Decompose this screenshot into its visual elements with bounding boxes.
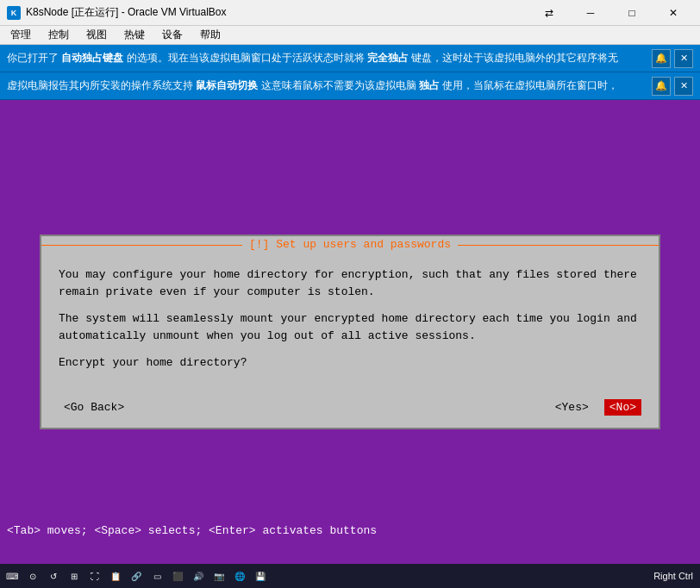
title-bar: K K8sNode [正在运行] - Oracle VM VirtualBox … (0, 0, 700, 26)
terminal-dialog: [!] Set up users and passwords You may c… (40, 235, 660, 429)
notification-2-text: 虚拟电脑报告其内所安装的操作系统支持 鼠标自动切换 这意味着鼠标不需要为该虚拟电… (7, 78, 645, 93)
taskbar-icon-11[interactable]: 📷 (210, 567, 228, 585)
dialog-content: You may configure your home directory fo… (41, 253, 659, 392)
taskbar-icon-10[interactable]: 🔊 (190, 567, 207, 585)
close-button[interactable]: ✕ (653, 0, 693, 26)
app-icon: K (7, 6, 21, 20)
notification-2: 虚拟电脑报告其内所安装的操作系统支持 鼠标自动切换 这意味着鼠标不需要为该虚拟电… (0, 72, 700, 100)
notification-1: 你已打开了 自动独占键盘 的选项。现在当该虚拟电脑窗口处于活跃状态时就将 完全独… (0, 45, 700, 72)
menu-help[interactable]: 帮助 (193, 26, 228, 44)
taskbar-icon-2[interactable]: ⊙ (24, 567, 41, 585)
notification-1-close-icon[interactable]: ✕ (674, 49, 693, 68)
taskbar-icon-4[interactable]: ⊞ (66, 567, 83, 585)
notifications-area: 你已打开了 自动独占键盘 的选项。现在当该虚拟电脑窗口处于活跃状态时就将 完全独… (0, 45, 700, 100)
taskbar-icon-13[interactable]: 💾 (252, 567, 269, 585)
status-bar-text: <Tab> moves; <Space> selects; <Enter> ac… (7, 524, 377, 537)
dialog-paragraph-1: You may configure your home directory fo… (59, 266, 641, 300)
minimize-button[interactable]: ─ (571, 0, 610, 26)
dialog-buttons-row: <Go Back> <Yes> <No> (41, 392, 659, 428)
no-button[interactable]: <No> (604, 399, 641, 416)
taskbar-left: ⌨ ⊙ ↺ ⊞ ⛶ 📋 🔗 ▭ ⬛ 🔊 📷 🌐 💾 (3, 567, 269, 585)
taskbar-right: Right Ctrl (650, 571, 697, 581)
go-back-button[interactable]: <Go Back> (59, 399, 129, 416)
notification-1-text: 你已打开了 自动独占键盘 的选项。现在当该虚拟电脑窗口处于活跃状态时就将 完全独… (7, 51, 645, 66)
menu-manage[interactable]: 管理 (3, 26, 38, 44)
yes-button[interactable]: <Yes> (550, 399, 594, 416)
dialog-paragraph-2: The system will seamlessly mount your en… (59, 310, 641, 344)
vm-display-area: [!] Set up users and passwords You may c… (0, 100, 700, 564)
taskbar-icon-1[interactable]: ⌨ (3, 567, 21, 585)
dialog-question: Encrypt your home directory? (59, 354, 641, 372)
taskbar-icon-9[interactable]: ⬛ (169, 567, 186, 585)
menu-devices[interactable]: 设备 (155, 26, 190, 44)
dialog-title-bar: [!] Set up users and passwords (41, 236, 659, 253)
taskbar-icon-6[interactable]: 📋 (107, 567, 124, 585)
taskbar: ⌨ ⊙ ↺ ⊞ ⛶ 📋 🔗 ▭ ⬛ 🔊 📷 🌐 💾 Right Ctrl (0, 564, 700, 588)
taskbar-icon-5[interactable]: ⛶ (86, 567, 103, 585)
taskbar-icon-12[interactable]: 🌐 (231, 567, 248, 585)
notification-1-icons: 🔔 ✕ (652, 49, 693, 68)
title-controls: ⇄ ─ □ ✕ (529, 0, 693, 26)
status-bar: <Tab> moves; <Space> selects; <Enter> ac… (0, 522, 700, 540)
menu-view[interactable]: 视图 (79, 26, 114, 44)
notification-2-icons: 🔔 ✕ (652, 77, 693, 96)
menu-control[interactable]: 控制 (41, 26, 76, 44)
swap-windows-button[interactable]: ⇄ (529, 0, 569, 26)
menu-bar: 管理 控制 视图 热键 设备 帮助 (0, 26, 700, 45)
title-left: K K8sNode [正在运行] - Oracle VM VirtualBox (7, 5, 227, 20)
notification-2-info-icon[interactable]: 🔔 (652, 77, 671, 96)
window-title: K8sNode [正在运行] - Oracle VM VirtualBox (26, 5, 227, 20)
maximize-button[interactable]: □ (612, 0, 652, 26)
taskbar-icon-7[interactable]: 🔗 (128, 567, 145, 585)
taskbar-icon-8[interactable]: ▭ (148, 567, 166, 585)
notification-2-close-icon[interactable]: ✕ (674, 77, 693, 96)
right-ctrl-label: Right Ctrl (650, 571, 697, 581)
menu-hotkey[interactable]: 热键 (117, 26, 152, 44)
dialog-title-text: [!] Set up users and passwords (242, 238, 458, 251)
notification-1-info-icon[interactable]: 🔔 (652, 49, 671, 68)
taskbar-icon-3[interactable]: ↺ (45, 567, 62, 585)
